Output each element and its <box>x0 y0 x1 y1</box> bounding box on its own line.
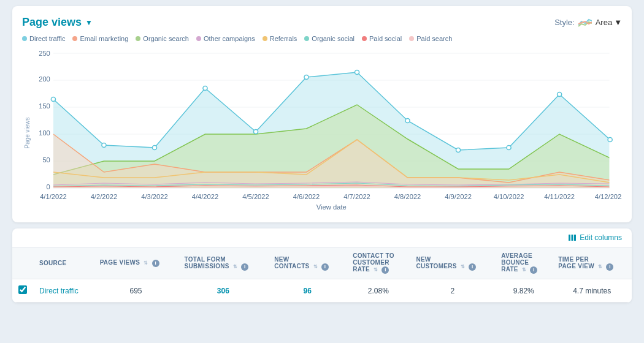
chart-area: 0 50 100 150 200 250 Page views <box>22 47 622 213</box>
legend-dot <box>409 36 414 41</box>
cell-new-customers: 2 <box>410 279 495 303</box>
legend-label: Referrals <box>270 35 297 42</box>
table-toolbar: Edit columns <box>12 228 632 247</box>
svg-text:View date: View date <box>316 203 347 211</box>
source-link[interactable]: Direct traffic <box>39 287 79 295</box>
edit-columns-button[interactable]: Edit columns <box>568 233 622 242</box>
columns-icon <box>568 233 577 242</box>
col-header-new-customers: NEWCUSTOMERS ⇅ i <box>410 247 495 279</box>
sort-icon: ⇅ <box>461 264 465 270</box>
legend-label: Paid search <box>416 35 452 42</box>
legend-item: Organic search <box>136 35 189 42</box>
cell-page-views: 695 <box>94 279 178 303</box>
svg-text:4/6/2022: 4/6/2022 <box>293 193 320 200</box>
cell-contact-rate: 2.08% <box>347 279 410 303</box>
legend-dot <box>22 36 27 41</box>
legend-label: Other campaigns <box>204 35 255 42</box>
sort-icon: ⇅ <box>144 260 148 266</box>
sort-icon: ⇅ <box>374 267 378 273</box>
info-icon[interactable]: i <box>381 266 389 274</box>
legend-item: Email marketing <box>72 35 128 42</box>
svg-text:4/3/2022: 4/3/2022 <box>141 193 168 200</box>
svg-point-25 <box>456 148 461 153</box>
svg-rect-43 <box>572 235 573 241</box>
svg-text:50: 50 <box>42 156 50 164</box>
svg-point-21 <box>253 130 258 134</box>
row-checkbox-cell <box>12 279 33 303</box>
cell-time-per-view: 4.7 minutes <box>552 279 632 303</box>
style-dropdown[interactable]: Area ▼ <box>596 18 622 27</box>
svg-point-19 <box>152 146 156 150</box>
chart-legend: Direct trafficEmail marketingOrganic sea… <box>22 35 622 42</box>
chart-title[interactable]: Page views ▼ <box>22 16 93 29</box>
svg-text:4/8/2022: 4/8/2022 <box>394 193 421 200</box>
cell-bounce-rate: 9.82% <box>495 279 552 303</box>
info-icon[interactable]: i <box>469 263 476 271</box>
chevron-down-icon: ▼ <box>85 18 93 27</box>
svg-text:4/12/2022: 4/12/2022 <box>595 193 622 200</box>
svg-point-24 <box>405 119 410 123</box>
chart-card: Page views ▼ Style: Area ▼ Direct traffi… <box>12 6 632 222</box>
chart-svg: 0 50 100 150 200 250 Page views <box>22 47 622 213</box>
svg-text:150: 150 <box>39 102 50 110</box>
select-all-header <box>12 247 33 279</box>
col-header-bounce-rate: AVERAGEBOUNCERATE ⇅ i <box>495 247 552 279</box>
svg-point-20 <box>203 86 207 91</box>
style-label: Style: <box>554 18 575 27</box>
svg-text:4/9/2022: 4/9/2022 <box>445 193 472 200</box>
legend-label: Paid social <box>369 35 402 42</box>
legend-label: Email marketing <box>80 35 128 42</box>
svg-point-23 <box>355 70 359 75</box>
col-header-contact-rate: CONTACT TOCUSTOMERRATE ⇅ i <box>347 247 410 279</box>
table-body: Direct traffic 695 306 96 2.08% 2 9.82% … <box>12 279 632 303</box>
dropdown-caret-icon: ▼ <box>614 18 622 27</box>
svg-point-22 <box>304 75 309 80</box>
info-icon[interactable]: i <box>530 266 537 274</box>
info-icon[interactable]: i <box>321 263 329 271</box>
legend-item: Organic social <box>304 35 355 42</box>
legend-item: Referrals <box>263 35 297 42</box>
table-card: Edit columns SOURCE PAGE VIEWS ⇅ i TOTAL… <box>12 228 632 303</box>
svg-point-28 <box>608 138 612 142</box>
svg-text:4/5/2022: 4/5/2022 <box>242 193 269 200</box>
legend-dot <box>72 36 77 41</box>
legend-label: Organic search <box>143 35 189 42</box>
legend-dot <box>263 36 267 41</box>
legend-dot <box>304 36 309 41</box>
info-icon[interactable]: i <box>241 263 248 271</box>
svg-rect-42 <box>569 235 570 241</box>
legend-item: Paid social <box>362 35 402 42</box>
svg-text:250: 250 <box>39 50 50 57</box>
chart-title-text: Page views <box>22 16 82 29</box>
data-table: SOURCE PAGE VIEWS ⇅ i TOTAL FORMSUBMISSI… <box>12 247 632 303</box>
svg-point-17 <box>51 97 55 102</box>
svg-text:4/2/2022: 4/2/2022 <box>91 193 118 200</box>
sort-icon: ⇅ <box>233 264 237 270</box>
svg-text:100: 100 <box>39 129 50 137</box>
legend-dot <box>362 36 367 41</box>
col-header-new-contacts: NEWCONTACTS ⇅ i <box>268 247 347 279</box>
svg-text:200: 200 <box>39 75 50 83</box>
svg-point-26 <box>507 146 511 150</box>
col-header-form-submissions: TOTAL FORMSUBMISSIONS ⇅ i <box>178 247 268 279</box>
col-header-page-views: PAGE VIEWS ⇅ i <box>94 247 178 279</box>
legend-label: Direct traffic <box>29 35 65 42</box>
legend-item: Other campaigns <box>196 35 255 42</box>
style-value: Area <box>596 18 612 27</box>
legend-dot <box>136 36 140 41</box>
cell-form-submissions: 306 <box>178 279 268 303</box>
col-header-time-per-view: TIME PERPAGE VIEW ⇅ i <box>552 247 632 279</box>
row-checkbox[interactable] <box>18 285 27 294</box>
info-icon[interactable]: i <box>152 260 159 267</box>
cell-new-contacts: 96 <box>268 279 347 303</box>
sort-icon: ⇅ <box>522 267 526 273</box>
table-head: SOURCE PAGE VIEWS ⇅ i TOTAL FORMSUBMISSI… <box>12 247 632 279</box>
sort-icon: ⇅ <box>598 264 602 270</box>
area-style-icon <box>578 18 592 28</box>
cell-source: Direct traffic <box>33 279 94 303</box>
col-header-source: SOURCE <box>33 247 94 279</box>
svg-text:0: 0 <box>47 183 50 190</box>
info-icon[interactable]: i <box>606 263 613 271</box>
svg-text:4/10/2022: 4/10/2022 <box>494 193 524 200</box>
svg-text:4/1/2022: 4/1/2022 <box>40 193 67 200</box>
